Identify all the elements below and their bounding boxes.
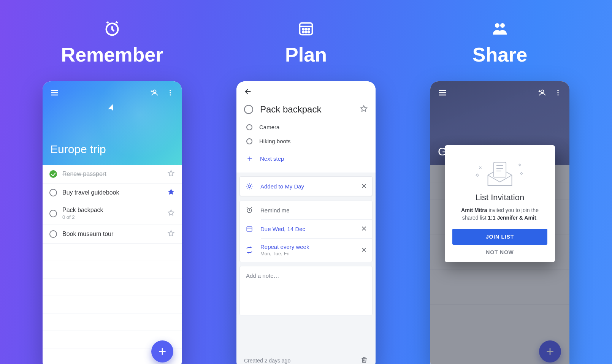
checkbox-icon[interactable]	[49, 189, 57, 196]
task-row[interactable]: Book museum tour	[43, 225, 182, 244]
people-icon	[491, 19, 509, 38]
hamburger-icon[interactable]	[438, 88, 447, 97]
trash-icon[interactable]	[360, 356, 368, 364]
not-now-button[interactable]: NOT NOW	[452, 249, 547, 255]
task-row[interactable]: Renew passport	[43, 165, 182, 184]
svg-point-7	[305, 28, 307, 30]
task-title: Renew passport	[62, 171, 162, 177]
svg-point-17	[541, 90, 544, 93]
add-task-button[interactable]	[151, 340, 173, 362]
task-title: Pack backpack	[62, 207, 162, 214]
list-title: Europe trip	[50, 143, 174, 158]
column-title-share: Share	[472, 43, 528, 66]
svg-point-8	[308, 28, 310, 30]
svg-point-15	[495, 23, 499, 28]
invitation-modal: List Invitation Amit Mitra invited you t…	[445, 145, 555, 262]
svg-point-18	[557, 90, 558, 91]
hamburger-icon[interactable]	[50, 88, 59, 97]
remind-label: Remind me	[260, 207, 367, 214]
checkbox-icon[interactable]	[246, 138, 252, 144]
svg-rect-14	[247, 227, 252, 231]
due-label: Due Wed, 14 Dec	[260, 226, 354, 232]
plus-icon: ＋	[246, 153, 253, 164]
task-list: Renew passport Buy travel guidebook Pack…	[43, 165, 182, 364]
svg-rect-21	[494, 162, 506, 177]
svg-point-10	[305, 31, 307, 33]
subtask-label: Hiking boots	[259, 138, 291, 144]
bell-icon	[245, 206, 254, 214]
star-icon[interactable]	[167, 169, 175, 179]
add-person-icon[interactable]	[537, 89, 546, 97]
svg-point-1	[153, 90, 156, 93]
join-list-button[interactable]: JOIN LIST	[452, 229, 547, 245]
kebab-icon[interactable]	[554, 89, 562, 97]
remind-row[interactable]: Remind me	[240, 201, 372, 219]
star-icon[interactable]	[167, 229, 175, 239]
svg-point-11	[308, 31, 310, 33]
svg-point-6	[303, 28, 304, 30]
phone-share: G	[430, 81, 569, 364]
svg-point-16	[500, 23, 505, 28]
calendar-icon	[298, 19, 314, 38]
checkbox-icon[interactable]	[49, 210, 57, 217]
checkbox-checked-icon[interactable]	[49, 170, 57, 178]
repeat-row[interactable]: Repeat every week Mon, Tue, Fri ✕	[240, 238, 372, 262]
note-input[interactable]: Add a note…	[239, 266, 373, 315]
task-title: Book museum tour	[62, 231, 162, 237]
task-title: Buy travel guidebook	[62, 189, 162, 196]
svg-point-19	[557, 92, 558, 93]
repeat-label: Repeat every week	[260, 244, 354, 250]
subtask-label: Camera	[259, 124, 279, 130]
column-title-remember: Remember	[61, 43, 163, 66]
svg-point-4	[170, 94, 171, 95]
svg-point-12	[248, 185, 251, 188]
close-icon[interactable]: ✕	[361, 182, 367, 190]
checkbox-icon[interactable]	[49, 230, 57, 238]
star-icon[interactable]	[167, 209, 175, 218]
svg-point-20	[557, 94, 558, 95]
phone-plan: Pack backpack Camera Hiking boots ＋ Next…	[236, 81, 376, 364]
add-step-label: Next step	[260, 155, 284, 162]
task-detail-title: Pack backpack	[260, 104, 353, 115]
checkbox-icon[interactable]	[246, 124, 252, 130]
sun-icon	[245, 182, 254, 190]
svg-point-2	[170, 90, 171, 91]
phone-remember: Europe trip Renew passport Buy travel gu…	[43, 81, 182, 364]
svg-point-9	[303, 31, 304, 33]
task-row[interactable]: Buy travel guidebook	[43, 184, 182, 202]
task-progress: 0 of 2	[62, 214, 162, 220]
add-person-icon[interactable]	[150, 89, 158, 97]
close-icon[interactable]: ✕	[361, 225, 367, 233]
calendar-small-icon	[245, 225, 254, 232]
column-title-plan: Plan	[285, 43, 327, 66]
task-checkbox-icon[interactable]	[244, 105, 253, 114]
subtask-row[interactable]: Hiking boots	[244, 134, 368, 148]
due-row[interactable]: Due Wed, 14 Dec ✕	[240, 219, 372, 238]
note-placeholder: Add a note…	[246, 272, 279, 279]
my-day-row[interactable]: Added to My Day ✕	[240, 177, 372, 196]
repeat-icon	[245, 247, 254, 253]
star-icon[interactable]	[360, 104, 368, 114]
repeat-sub: Mon, Tue, Fri	[260, 251, 354, 256]
my-day-label: Added to My Day	[260, 183, 354, 190]
list-title-peek: G	[438, 145, 562, 158]
close-icon[interactable]: ✕	[361, 246, 367, 254]
back-button[interactable]	[244, 87, 368, 97]
modal-title: List Invitation	[452, 193, 547, 203]
kebab-icon[interactable]	[166, 89, 174, 97]
add-step-button[interactable]: ＋ Next step	[244, 148, 368, 169]
task-row[interactable]: Pack backpack 0 of 2	[43, 202, 182, 225]
envelope-illustration-icon	[452, 154, 547, 190]
modal-text: Amit Mitra invited you to join the share…	[452, 206, 547, 222]
alarm-icon	[103, 19, 121, 38]
airplane-icon	[106, 102, 116, 114]
star-icon[interactable]	[167, 188, 175, 197]
created-label: Created 2 days ago	[244, 358, 290, 364]
svg-point-3	[170, 92, 171, 93]
subtask-row[interactable]: Camera	[244, 120, 368, 134]
